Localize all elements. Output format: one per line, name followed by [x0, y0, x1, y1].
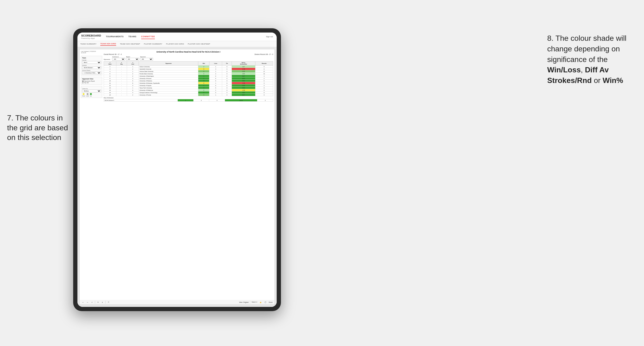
out-of-division-header: Out of division — [104, 97, 273, 99]
cell-tie: 0 — [222, 80, 232, 82]
radio-opponents-played[interactable]: Opponents Played — [82, 80, 101, 82]
cell-reg: - — [116, 73, 127, 75]
annotation-left: 7. The colours in the grid are based on … — [7, 113, 73, 143]
conference-select[interactable]: (All) — [112, 58, 125, 61]
cell-win: 3 — [198, 94, 210, 96]
sign-out-link[interactable]: Sign out — [266, 36, 273, 38]
toolbar-reset[interactable]: ↺ — [90, 301, 94, 304]
out-of-division-row: NCAA Division II 1 0 0 26.00 3 — [104, 99, 273, 102]
region-filter: Region (All) — [126, 56, 139, 61]
cell-reg: - — [116, 65, 127, 68]
th-win: Win — [198, 61, 210, 65]
division-record: Division Record: 88 - 17 - 0 — [254, 53, 273, 55]
legend-up-label: Up — [90, 95, 92, 97]
tab-player-summary[interactable]: PLAYER SUMMARY — [144, 42, 162, 45]
conference-filter-label: Conference — [112, 56, 125, 57]
table-row: 11 - 6 University of Arkansas, Fayettevi… — [104, 82, 273, 84]
school-label: School (Rank) — [82, 70, 101, 71]
toolbar-sep3 — [250, 301, 250, 304]
colour-by-select[interactable]: Win/loss — [82, 90, 101, 92]
gender-label: Gender — [82, 59, 101, 61]
toolbar-download[interactable]: ⬇ — [101, 301, 104, 304]
cell-reg: - — [116, 82, 127, 84]
cell-conf: 5 — [127, 80, 138, 82]
ood-diff: 26.00 — [225, 99, 257, 102]
legend-level-label: Level — [86, 95, 89, 97]
tab-team-summary[interactable]: TEAM SUMMARY — [80, 42, 96, 45]
opponents-label: Opponents: — [104, 59, 110, 61]
cell-rounds: 9 — [255, 87, 273, 89]
toolbar-comment[interactable]: 💬 — [264, 301, 267, 304]
cell-rank: 2 — [104, 65, 116, 68]
cell-loss: 1 — [210, 70, 222, 73]
tab-player-h2h-grid[interactable]: PLAYER H2H GRID — [166, 42, 184, 45]
cell-diff: 1.67 — [232, 65, 256, 68]
cell-diff: 9.00 — [232, 77, 256, 80]
cell-win: 1 — [198, 84, 210, 87]
cell-win: 5 — [198, 70, 210, 73]
opponent-view-options: Opponents Played Top 100 — [82, 80, 101, 83]
nav-tournaments[interactable]: TOURNAMENTS — [106, 34, 124, 39]
ood-loss: 0 — [193, 99, 209, 102]
tableau-toolbar: ↩ ↪ ↺ ⧉ ⬇ ⏱ View: Original Watch ▾ 👍 — [80, 300, 274, 305]
colour-by-label: Colour by — [82, 88, 101, 89]
ipad-device: SCOREBOARD Powered by clippd TOURNAMENTS… — [73, 28, 281, 311]
cell-loss: 4 — [210, 68, 222, 70]
cell-tie: 0 — [222, 68, 232, 70]
cell-diff: 2.61 — [232, 80, 256, 82]
cell-opponent: University of Arizona — [138, 77, 198, 80]
toolbar-undo[interactable]: ↩ — [82, 301, 84, 304]
cell-rank: 15 — [104, 91, 116, 94]
cell-win: 4 — [198, 73, 210, 75]
nav-teams[interactable]: TEAMS — [128, 34, 136, 39]
cell-opponent: Auburn University — [138, 65, 198, 68]
top-nav: SCOREBOARD Powered by clippd TOURNAMENTS… — [78, 32, 277, 41]
annotation-right: 8. The colour shade will change dependin… — [547, 33, 637, 86]
cell-rounds: 6 — [255, 80, 273, 82]
toolbar-share-view[interactable]: ⧉ — [96, 301, 100, 304]
cell-conf: 2 — [127, 73, 138, 75]
tab-team-h2h-heatmap[interactable]: TEAM H2H HEATMAP — [120, 42, 140, 45]
cell-win: 0 — [198, 68, 210, 70]
toolbar-like[interactable]: 👍 — [259, 301, 262, 304]
toolbar-clock[interactable]: ⏱ — [107, 301, 110, 303]
cell-rank: 16 — [104, 94, 116, 96]
cell-diff: -1.00 — [232, 89, 256, 91]
cell-conf: 3 — [127, 77, 138, 80]
cell-opponent: Arizona State University — [138, 70, 198, 73]
cell-opponent: University of Florida — [138, 94, 198, 96]
nav-committee[interactable]: COMMITTEE — [141, 34, 155, 39]
opponent-select[interactable]: (All) — [140, 58, 153, 61]
cell-rounds: 9 — [255, 89, 273, 91]
th-opponent: Opponent — [138, 61, 198, 65]
region-select[interactable]: (All) — [126, 58, 139, 61]
legend-up: Up — [90, 93, 92, 97]
view-label: View: Original — [239, 302, 248, 303]
cell-diff: -2.29 — [232, 68, 256, 70]
cell-diff: 5.56 — [232, 87, 256, 89]
radio-top-100[interactable]: Top 100 — [82, 82, 101, 83]
legend-level-circle — [87, 93, 88, 95]
toolbar-redo[interactable]: ↪ — [86, 301, 89, 304]
cell-loss: 1 — [210, 65, 222, 68]
cell-opponent: Georgia Institute of Technology — [138, 91, 198, 94]
school-select[interactable]: 1. University of Nort... — [82, 71, 101, 74]
cell-reg: - — [116, 68, 127, 70]
table-scroll[interactable]: #Rank #Reg #Conf Opponent Win Loss Tie D… — [104, 61, 273, 298]
cell-win: 5 — [198, 91, 210, 94]
division-select[interactable]: NCAA Division I — [82, 66, 101, 69]
cell-rank: 12 — [104, 84, 116, 87]
app-logo: SCOREBOARD — [81, 34, 101, 37]
cell-rounds: 3 — [255, 82, 273, 84]
tab-team-h2h-grid[interactable]: TEAM H2H GRID — [100, 42, 116, 46]
gender-select[interactable]: Men's — [82, 61, 101, 64]
cell-conf: 1 — [127, 65, 138, 68]
left-panel: Last Updated: 27/03/2024 16:55:38 Team G… — [81, 51, 102, 298]
cell-diff: 1.83 — [232, 73, 256, 75]
cell-loss: 0 — [210, 80, 222, 82]
toolbar-sep2 — [105, 301, 106, 304]
share-button[interactable]: Share — [269, 302, 273, 303]
watch-button[interactable]: Watch ▾ — [252, 301, 257, 303]
tab-player-h2h-heatmap[interactable]: PLAYER H2H HEATMAP — [188, 42, 210, 45]
cell-opponent: University of Arkansas, Fayetteville — [138, 82, 198, 84]
